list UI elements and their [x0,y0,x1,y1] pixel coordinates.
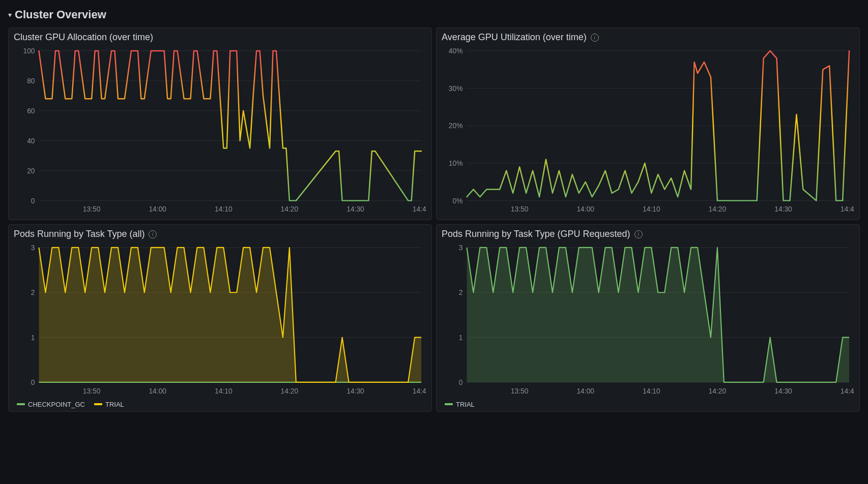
info-icon[interactable]: i [149,230,157,238]
panel-header: Pods Running by Task Type (all) i [14,229,426,239]
svg-text:14:40: 14:40 [841,387,854,395]
legend: TRIAL [442,399,854,408]
svg-text:14:30: 14:30 [346,205,364,213]
panel-title: Pods Running by Task Type (GPU Requested… [442,229,630,239]
svg-text:14:20: 14:20 [709,387,727,395]
chevron-down-icon: ▾ [8,11,12,19]
svg-text:1: 1 [459,334,463,342]
svg-text:13:50: 13:50 [83,205,101,213]
section-header[interactable]: ▾ Cluster Overview [8,8,860,21]
svg-text:100: 100 [23,47,35,55]
chart: 0%10%20%30%40%13:5014:0014:1014:2014:301… [442,46,854,217]
svg-text:13:50: 13:50 [511,205,529,213]
svg-text:3: 3 [31,244,35,252]
panel-pods-all[interactable]: Pods Running by Task Type (all) i 012313… [8,224,432,412]
chart: 012313:5014:0014:1014:2014:3014:40 [14,243,426,399]
svg-text:0: 0 [31,378,35,386]
svg-text:80: 80 [27,77,35,85]
svg-text:14:30: 14:30 [774,387,792,395]
svg-text:3: 3 [459,244,463,252]
svg-text:14:00: 14:00 [149,387,166,395]
panel-gpu-utilization[interactable]: Average GPU Utilization (over time) i 0%… [436,27,860,220]
svg-text:14:10: 14:10 [643,387,660,395]
svg-text:14:40: 14:40 [841,205,854,213]
svg-text:13:50: 13:50 [83,387,101,395]
legend-label: TRIAL [105,401,124,408]
info-icon[interactable]: i [634,230,643,238]
svg-text:20%: 20% [449,122,463,130]
legend-label: CHECKPOINT_GC [28,401,85,408]
svg-text:14:00: 14:00 [149,205,166,213]
svg-text:2: 2 [31,288,35,296]
panel-header: Average GPU Utilization (over time) i [442,32,854,43]
legend-swatch [17,403,25,405]
panel-header: Pods Running by Task Type (GPU Requested… [442,229,854,239]
legend-swatch [445,403,453,405]
legend: CHECKPOINT_GC TRIAL [14,399,426,408]
legend-item[interactable]: CHECKPOINT_GC [17,401,85,408]
svg-text:14:10: 14:10 [215,205,233,213]
svg-text:0%: 0% [453,197,463,205]
svg-text:2: 2 [459,288,463,296]
panel-grid: Cluster GPU Allocation (over time) 02040… [8,27,860,412]
panel-gpu-allocation[interactable]: Cluster GPU Allocation (over time) 02040… [8,27,432,220]
svg-text:1: 1 [31,334,35,342]
svg-text:0: 0 [31,197,35,205]
svg-text:14:30: 14:30 [774,205,792,213]
legend-item[interactable]: TRIAL [94,401,124,408]
svg-text:14:20: 14:20 [709,205,727,213]
svg-text:0: 0 [459,378,463,386]
section-title: Cluster Overview [15,8,106,21]
svg-text:40%: 40% [449,47,463,55]
svg-text:60: 60 [27,107,35,115]
panel-title: Pods Running by Task Type (all) [14,229,144,239]
svg-text:14:40: 14:40 [413,387,426,395]
legend-swatch [94,403,102,405]
svg-text:14:00: 14:00 [576,205,594,213]
svg-text:40: 40 [27,137,35,145]
svg-text:10%: 10% [449,159,463,167]
svg-text:14:30: 14:30 [346,387,364,395]
svg-text:20: 20 [27,167,35,175]
svg-text:14:40: 14:40 [413,205,426,213]
svg-text:14:20: 14:20 [281,387,299,395]
svg-text:30%: 30% [449,84,463,93]
svg-text:13:50: 13:50 [511,387,529,395]
chart: 012313:5014:0014:1014:2014:3014:40 [442,243,854,399]
panel-title: Cluster GPU Allocation (over time) [14,32,153,43]
chart: 02040608010013:5014:0014:1014:2014:3014:… [14,46,426,217]
legend-label: TRIAL [456,401,475,408]
panel-title: Average GPU Utilization (over time) [442,32,587,43]
panel-pods-gpu[interactable]: Pods Running by Task Type (GPU Requested… [436,224,860,412]
legend-item[interactable]: TRIAL [445,401,475,408]
panel-header: Cluster GPU Allocation (over time) [14,32,426,43]
svg-text:14:20: 14:20 [281,205,299,213]
info-icon[interactable]: i [591,34,599,42]
svg-text:14:10: 14:10 [643,205,660,213]
svg-text:14:00: 14:00 [576,387,594,395]
svg-text:14:10: 14:10 [215,387,233,395]
